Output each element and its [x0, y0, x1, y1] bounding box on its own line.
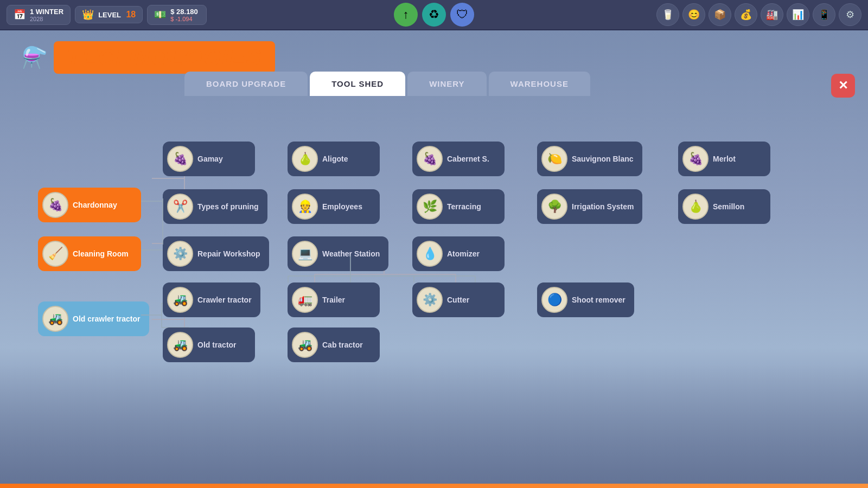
topbar-center-buttons: ↑ ♻ 🛡: [394, 3, 474, 27]
old-tractor-label: Old tractor: [197, 341, 237, 349]
sauvignon-icon: 🍋: [541, 146, 567, 172]
node-irrigation[interactable]: 🌳 Irrigation System: [537, 189, 642, 224]
old-crawler-icon: 🚜: [42, 306, 68, 332]
action-btn-1[interactable]: ↑: [394, 3, 418, 27]
node-employees[interactable]: 👷 Employees: [288, 189, 380, 224]
money-stat: 💵 $ 28.180 $ -1.094: [147, 5, 207, 25]
weather-icon: 💻: [292, 241, 318, 267]
semillon-icon: 🍐: [682, 194, 709, 220]
node-gamay[interactable]: 🍇 Gamay: [163, 142, 255, 176]
page-title: TECHNOLOGIES: [67, 44, 262, 70]
shoot-remover-icon: 🔵: [541, 287, 567, 313]
tab-tool-shed[interactable]: TOOL SHED: [310, 72, 405, 96]
bottom-bar: [0, 484, 868, 488]
node-semillon[interactable]: 🍐 Semillon: [678, 189, 770, 224]
cabernet-label: Cabernet S.: [447, 155, 489, 163]
cutter-icon: ⚙️: [417, 287, 443, 313]
merlot-icon: 🍇: [682, 146, 709, 172]
node-old-crawler[interactable]: 🚜 Old crawler tractor: [38, 301, 149, 336]
tab-warehouse[interactable]: WAREHOUSE: [489, 72, 590, 96]
gamay-icon: 🍇: [167, 146, 193, 172]
close-button[interactable]: ✕: [831, 74, 855, 98]
node-aligote[interactable]: 🍐 Aligote: [288, 142, 380, 176]
level-stat: 👑 LEVEL 18: [75, 6, 143, 23]
node-old-tractor[interactable]: 🚜 Old tractor: [163, 328, 255, 362]
pruning-icon: ✂️: [167, 194, 193, 220]
content-panel: ⚗️ TECHNOLOGIES BOARD UPGRADE TOOL SHED …: [0, 30, 868, 484]
cab-tractor-label: Cab tractor: [322, 341, 363, 349]
node-weather[interactable]: 💻 Weather Station: [288, 236, 388, 271]
btn-factory[interactable]: 🏭: [761, 3, 783, 26]
node-merlot[interactable]: 🍇 Merlot: [678, 142, 770, 176]
money-icon: 💵: [154, 9, 166, 21]
year-value: 2028: [30, 16, 63, 22]
calendar-icon: 📅: [14, 9, 25, 21]
tabs-row: BOARD UPGRADE TOOL SHED WINERY WAREHOUSE: [184, 72, 590, 96]
irrigation-icon: 🌳: [541, 194, 567, 220]
semillon-label: Semillon: [713, 202, 744, 211]
node-repair[interactable]: ⚙️ Repair Workshop: [163, 236, 269, 271]
trailer-icon: 🚛: [292, 287, 318, 313]
employees-label: Employees: [322, 202, 362, 211]
weather-label: Weather Station: [322, 249, 380, 258]
node-chardonnay[interactable]: 🍇 Chardonnay: [38, 188, 141, 222]
crown-icon: 👑: [82, 9, 94, 21]
aligote-icon: 🍐: [292, 146, 318, 172]
node-cab-tractor[interactable]: 🚜 Cab tractor: [288, 328, 380, 362]
cab-tractor-icon: 🚜: [292, 332, 318, 358]
tab-board-upgrade[interactable]: BOARD UPGRADE: [184, 72, 308, 96]
btn-milk[interactable]: 🥛: [656, 3, 679, 26]
node-terracing[interactable]: 🌿 Terracing: [412, 189, 505, 224]
irrigation-label: Irrigation System: [572, 202, 634, 211]
node-shoot-remover[interactable]: 🔵 Shoot remover: [537, 282, 634, 317]
old-tractor-icon: 🚜: [167, 332, 193, 358]
title-row: ⚗️ TECHNOLOGIES: [22, 41, 275, 74]
topbar-right-buttons: 🥛 😊 📦 💰 🏭 📊 📱 ⚙: [656, 3, 861, 26]
btn-gear[interactable]: ⚙: [839, 3, 861, 26]
atomizer-icon: 💧: [417, 241, 443, 267]
employees-icon: 👷: [292, 194, 318, 220]
money-value: $ 28.180: [170, 8, 198, 16]
node-pruning[interactable]: ✂️ Types of pruning: [163, 189, 267, 224]
cutter-label: Cutter: [447, 296, 469, 304]
shoot-remover-label: Shoot remover: [572, 296, 626, 304]
atomizer-label: Atomizer: [447, 249, 480, 258]
sauvignon-label: Sauvignon Blanc: [572, 155, 634, 163]
repair-icon: ⚙️: [167, 241, 193, 267]
topbar: 📅 1 WINTER 2028 👑 LEVEL 18 💵 $ 28.180 $ …: [0, 0, 868, 30]
btn-box[interactable]: 📦: [709, 3, 731, 26]
season-value: 1 WINTER: [30, 8, 63, 16]
node-crawler[interactable]: 🚜 Crawler tractor: [163, 282, 260, 317]
node-cleaning-room[interactable]: 🧹 Cleaning Room: [38, 236, 141, 271]
terracing-icon: 🌿: [417, 194, 443, 220]
node-cabernet[interactable]: 🍇 Cabernet S.: [412, 142, 505, 176]
node-sauvignon[interactable]: 🍋 Sauvignon Blanc: [537, 142, 642, 176]
btn-bar[interactable]: 📊: [787, 3, 809, 26]
chardonnay-icon: 🍇: [42, 192, 68, 218]
tech-title-icon: ⚗️: [22, 46, 47, 69]
node-trailer[interactable]: 🚛 Trailer: [288, 282, 380, 317]
btn-coin[interactable]: 💰: [735, 3, 757, 26]
btn-face[interactable]: 😊: [682, 3, 705, 26]
terracing-label: Terracing: [447, 202, 481, 211]
gamay-label: Gamay: [197, 155, 223, 163]
season-stat: 📅 1 WINTER 2028: [7, 5, 71, 25]
old-crawler-label: Old crawler tractor: [73, 314, 141, 323]
crawler-label: Crawler tractor: [197, 296, 252, 304]
cleaning-room-label: Cleaning Room: [73, 249, 129, 258]
trailer-label: Trailer: [322, 296, 345, 304]
node-cutter[interactable]: ⚙️ Cutter: [412, 282, 505, 317]
aligote-label: Aligote: [322, 155, 348, 163]
node-atomizer[interactable]: 💧 Atomizer: [412, 236, 505, 271]
level-label: LEVEL 18: [98, 10, 136, 20]
pruning-label: Types of pruning: [197, 202, 259, 211]
cabernet-icon: 🍇: [417, 146, 443, 172]
topbar-left: 📅 1 WINTER 2028 👑 LEVEL 18 💵 $ 28.180 $ …: [7, 5, 207, 25]
action-btn-3[interactable]: 🛡: [450, 3, 474, 27]
money-delta: $ -1.094: [170, 16, 198, 22]
merlot-label: Merlot: [713, 155, 736, 163]
tab-winery[interactable]: WINERY: [407, 72, 486, 96]
chardonnay-label: Chardonnay: [73, 201, 117, 209]
action-btn-2[interactable]: ♻: [422, 3, 446, 27]
btn-phone[interactable]: 📱: [813, 3, 835, 26]
